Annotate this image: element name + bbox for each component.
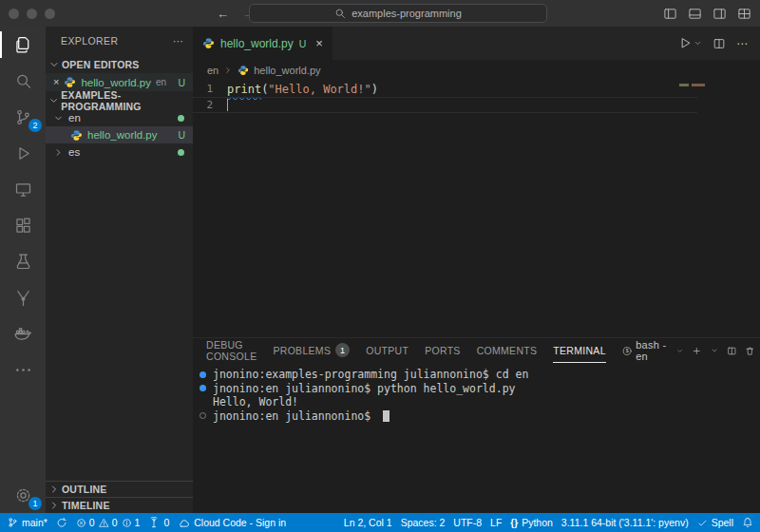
tree-folder-es[interactable]: es (46, 143, 193, 161)
outline-section-header[interactable]: OUTLINE (46, 481, 193, 497)
activity-run-debug[interactable] (0, 135, 46, 171)
ports-status-item[interactable]: 0 (148, 517, 169, 528)
open-editor-item[interactable]: × hello_world.py en U (46, 73, 193, 91)
remote-explorer-icon (13, 180, 33, 200)
code-line-1: 1 print("Hello, World!") (193, 81, 760, 97)
status-bar: main* 0 0 1 0 Cloud Code - Sign in (0, 513, 760, 532)
activity-cloud-run[interactable] (0, 279, 46, 315)
folder-modified-dot (178, 149, 184, 156)
line-number: 1 (193, 83, 227, 95)
split-terminal-icon[interactable] (727, 345, 737, 357)
close-window-button[interactable] (9, 9, 19, 19)
command-center-label: examples-programming (352, 8, 462, 19)
git-sync-item[interactable] (56, 517, 67, 528)
search-icon (13, 71, 33, 91)
tree-folder-en[interactable]: en (46, 109, 193, 126)
tree-file-hello-world[interactable]: hello_world.py U (46, 126, 193, 143)
cursor-position-item[interactable]: Ln 2, Col 1 (344, 517, 392, 528)
extensions-icon (13, 216, 33, 236)
branch-icon (7, 517, 18, 528)
current-line-highlight (193, 97, 697, 113)
tab-hello-world[interactable]: hello_world.py U × (193, 27, 332, 60)
terminal-output[interactable]: jnonino:examples-programming juliannonin… (193, 363, 760, 423)
activity-testing[interactable] (0, 243, 46, 279)
terminal-line: Hello, World! (200, 395, 760, 409)
docker-whale-icon (13, 324, 33, 344)
kill-terminal-trash-icon[interactable] (745, 345, 755, 357)
notifications-bell-icon[interactable] (742, 517, 753, 528)
activity-explorer[interactable] (0, 27, 46, 63)
panel-tab-debug-console[interactable]: DEBUG CONSOLE (206, 338, 256, 363)
breadcrumb-folder[interactable]: en (207, 65, 218, 76)
activity-bar: 2 1 (0, 27, 46, 513)
panel-tab-comments[interactable]: COMMENTS (477, 338, 538, 363)
customize-layout-icon[interactable] (737, 7, 751, 21)
activity-additional-views[interactable] (0, 352, 46, 388)
panel-tab-ports[interactable]: PORTS (425, 338, 460, 363)
play-icon (677, 36, 692, 50)
chevron-down-icon (694, 39, 702, 48)
minimap[interactable] (679, 84, 705, 86)
activity-extensions[interactable] (0, 207, 46, 243)
open-editor-filename: hello_world.py (81, 77, 151, 88)
activity-remote-explorer[interactable] (0, 171, 46, 207)
new-terminal-icon[interactable] (692, 345, 702, 357)
chevron-down-icon[interactable] (711, 346, 718, 355)
warning-icon (99, 518, 109, 528)
sync-icon (56, 517, 67, 528)
minimize-window-button[interactable] (27, 9, 37, 19)
chevron-right-icon (53, 147, 64, 158)
eol-item[interactable]: LF (490, 517, 502, 528)
toggle-sidebar-right-icon[interactable] (712, 7, 727, 21)
chevron-right-icon (223, 66, 233, 75)
activity-source-control[interactable]: 2 (0, 99, 46, 135)
python-file-icon (64, 76, 76, 88)
braces-icon: {} (510, 518, 518, 528)
cloud-code-status-item[interactable]: Cloud Code - Sign in (178, 517, 286, 529)
terminal-cursor (383, 410, 390, 422)
search-icon (334, 8, 346, 19)
problems-status-item[interactable]: 0 0 1 (76, 517, 141, 528)
git-branch-item[interactable]: main* (7, 517, 48, 528)
python-interpreter-item[interactable]: 3.11.1 64-bit ('3.11.1': pyenv) (561, 517, 689, 528)
cloud-run-icon (13, 288, 33, 308)
breadcrumb: en hello_world.py (193, 60, 760, 81)
explorer-more-actions-icon[interactable]: ⋯ (173, 35, 183, 47)
editor-more-actions-icon[interactable]: ⋯ (736, 37, 748, 50)
terminal-shell-picker[interactable]: $ bash - en (622, 339, 683, 362)
breadcrumb-file[interactable]: hello_world.py (254, 65, 320, 76)
chevron-down-icon (53, 113, 64, 124)
project-section-header[interactable]: EXAMPLES-PROGRAMMING (46, 91, 193, 109)
close-tab-icon[interactable]: × (315, 36, 323, 50)
spell-checker-item[interactable]: Spell (697, 517, 733, 528)
open-editors-header[interactable]: OPEN EDITORS (46, 55, 193, 73)
python-file-icon (238, 65, 249, 76)
terminal-line: jnonino:en juliannonino$ (200, 409, 760, 424)
problems-count-badge: 1 (335, 343, 350, 357)
current-command-dot (200, 412, 206, 419)
command-center-search[interactable]: examples-programming (249, 4, 547, 23)
close-editor-icon[interactable]: × (53, 77, 59, 87)
activity-settings[interactable]: 1 (0, 477, 46, 513)
toggle-panel-icon[interactable] (688, 7, 702, 21)
language-mode-item[interactable]: {} Python (510, 517, 553, 528)
activity-docker[interactable] (0, 315, 46, 352)
activity-search[interactable] (0, 63, 46, 99)
explorer-sidebar: EXPLORER ⋯ OPEN EDITORS × hello_world.py… (46, 27, 193, 513)
command-success-dot (200, 385, 206, 391)
timeline-section-header[interactable]: TIMELINE (46, 497, 193, 513)
panel-tab-problems[interactable]: PROBLEMS1 (273, 338, 350, 363)
run-python-file-button[interactable] (677, 36, 702, 50)
navigate-back-icon[interactable]: ← (217, 7, 229, 21)
git-status-badge: U (178, 129, 185, 141)
panel-tab-output[interactable]: OUTPUT (366, 338, 408, 363)
vscode-window: ← → examples-programming 2 (0, 0, 760, 532)
zoom-window-button[interactable] (45, 9, 55, 19)
encoding-item[interactable]: UTF-8 (453, 517, 482, 528)
panel-tab-terminal[interactable]: TERMINAL (553, 338, 606, 363)
toggle-sidebar-left-icon[interactable] (663, 7, 677, 21)
code-editor[interactable]: 1 print("Hello, World!") 2 (193, 81, 760, 337)
indentation-item[interactable]: Spaces: 2 (401, 517, 446, 528)
chevron-right-icon (48, 484, 60, 495)
split-editor-icon[interactable] (712, 37, 726, 50)
